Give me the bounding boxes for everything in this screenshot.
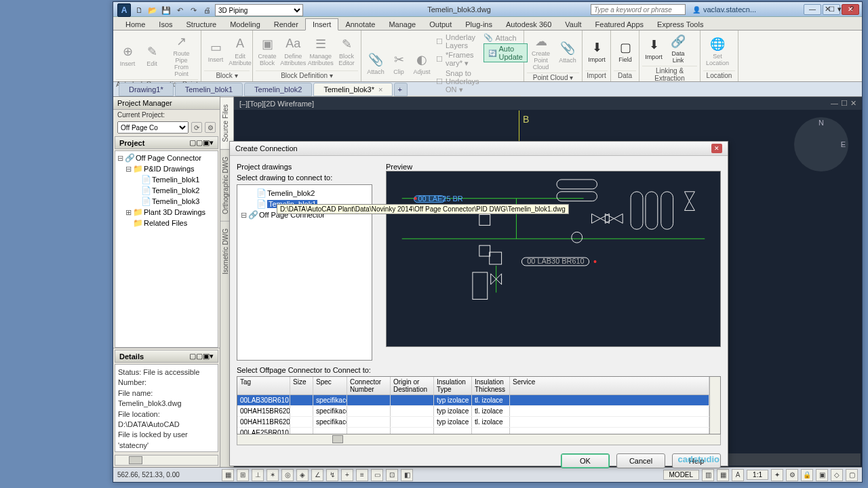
ribbon-tab-featured-apps[interactable]: Featured Apps	[589, 19, 651, 30]
sb-otrack-icon[interactable]: ∠	[311, 469, 323, 481]
ribbon-tab-express-tools[interactable]: Express Tools	[650, 19, 710, 30]
drawing-tab[interactable]: Temelin_blok1	[175, 83, 243, 96]
sb-ducs-icon[interactable]: ↯	[326, 469, 338, 481]
sb-ws-icon[interactable]: ⚙	[786, 469, 798, 481]
define-button[interactable]: AaDefineAttributes	[280, 32, 307, 70]
open-icon[interactable]: 📂	[147, 5, 158, 16]
import-button[interactable]: ⬇Import	[585, 32, 608, 70]
dialog-close-button[interactable]: ✕	[711, 144, 722, 153]
cancel-button[interactable]: Cancel	[616, 453, 665, 468]
tree-node[interactable]: 📄Temelin_blok1	[117, 174, 216, 185]
help-icon[interactable]: ?	[847, 4, 856, 14]
search-input[interactable]	[591, 4, 686, 15]
sb-iso-icon[interactable]: ◇	[831, 469, 843, 481]
sb-clean-icon[interactable]: ▢	[846, 469, 858, 481]
drawing-tab[interactable]: Temelin_blok3*×	[313, 83, 393, 96]
block-button[interactable]: ✎BlockEditor	[335, 32, 358, 70]
insert-button[interactable]: ⊕Insert	[116, 32, 139, 79]
grid-vscroll[interactable]	[709, 377, 720, 434]
workspace-select[interactable]: 3D Piping	[215, 4, 303, 16]
dialog-tree-node[interactable]: 📄Temelin_blok2	[240, 188, 369, 199]
create-button[interactable]: ▣CreateBlock	[256, 32, 279, 70]
connector-grid[interactable]: TagSizeSpecConnectorNumberOrigin orDesti…	[237, 376, 721, 434]
route-pipe-button[interactable]: ↗Route PipeFrom Point	[165, 32, 198, 79]
tree-node[interactable]: 📁Related Files	[117, 218, 216, 228]
sb-grid-icon[interactable]: ⊞	[237, 469, 249, 481]
help-dropdown-icon[interactable]: ▾	[835, 4, 844, 14]
save-icon[interactable]: 💾	[161, 5, 172, 16]
sb-layout-icon[interactable]: ▥	[702, 469, 714, 481]
ribbon-tab-autodesk-360[interactable]: Autodesk 360	[499, 19, 558, 30]
ribbon-tab-vault[interactable]: Vault	[558, 19, 588, 30]
pm-hscroll[interactable]	[115, 455, 218, 466]
sb-polar-icon[interactable]: ✶	[267, 469, 279, 481]
sb-hw-icon[interactable]: ▣	[816, 469, 828, 481]
new-tab-button[interactable]: +	[394, 83, 408, 96]
sb-3dosnap-icon[interactable]: ◈	[296, 469, 309, 481]
dialog-drawing-tree[interactable]: 📄Temelin_blok2📄Temelin_blok1⊟🔗Off Page C…	[237, 184, 372, 361]
sb-qp-icon[interactable]: ⊡	[386, 469, 398, 481]
exchange-icon[interactable]: ✕	[823, 4, 832, 14]
sb-dyn-icon[interactable]: +	[341, 469, 353, 481]
ribbon-tab-render[interactable]: Render	[267, 19, 305, 30]
sb-snap-icon[interactable]: ▦	[222, 469, 234, 481]
undo-icon[interactable]: ↶	[174, 5, 185, 16]
ribbon-tab-home[interactable]: Home	[119, 19, 152, 30]
grid-row[interactable]: 00HAH15BR620specifikacetyp izolacetl. iz…	[237, 406, 709, 417]
tree-node[interactable]: ⊞📁Plant 3D Drawings	[117, 207, 216, 218]
ok-button[interactable]: OK	[561, 453, 610, 468]
ribbon-tab-isos[interactable]: Isos	[152, 19, 179, 30]
vp-minimize-icon[interactable]: —	[831, 99, 838, 107]
user-info[interactable]: 👤 vaclav.statecn...	[692, 4, 801, 15]
sb-lwt-icon[interactable]: ≡	[356, 469, 368, 481]
tree-node[interactable]: ⊟🔗Off Page Connector	[117, 152, 216, 163]
create-button[interactable]: ☁CreatePoint Cloud	[527, 32, 555, 73]
data-button[interactable]: 🔗DataLink	[667, 32, 690, 66]
ribbon-tab-manage[interactable]: Manage	[382, 19, 422, 30]
print-icon[interactable]: 🖨	[201, 5, 212, 16]
model-space-button[interactable]: MODEL	[663, 470, 700, 480]
new-icon[interactable]: 🗋	[134, 5, 144, 16]
tree-node[interactable]: 📄Temelin_blok3	[117, 196, 216, 207]
project-select[interactable]: Off Page Co	[117, 121, 189, 134]
vp-maximize-icon[interactable]: ☐	[841, 99, 848, 107]
grid-row[interactable]: 00HAH11BR620specifikacetyp izolacetl. iz…	[237, 417, 709, 428]
vp-close-icon[interactable]: ✕	[850, 99, 856, 107]
auto-update-toggle[interactable]: 🔄 Auto Update	[484, 43, 528, 62]
sb-lock-icon[interactable]: 🔒	[801, 469, 813, 481]
import-button[interactable]: ⬇Import	[642, 32, 665, 66]
set-button[interactable]: 🌐SetLocation	[703, 32, 732, 70]
field-button[interactable]: ▢Field	[614, 32, 637, 70]
redo-icon[interactable]: ↷	[188, 5, 199, 16]
app-logo[interactable]: A	[117, 3, 131, 17]
manage-button[interactable]: ☰ManageAttributes	[308, 32, 334, 70]
minimize-button[interactable]: —	[804, 4, 821, 15]
ribbon-tab-output[interactable]: Output	[422, 19, 458, 30]
settings-icon[interactable]: ⚙	[205, 122, 216, 133]
tree-node[interactable]: 📄Temelin_blok2	[117, 185, 216, 196]
refresh-icon[interactable]: ⟳	[191, 122, 202, 133]
sb-ann-icon[interactable]: A	[732, 469, 744, 481]
sb-tpy-icon[interactable]: ▭	[371, 469, 383, 481]
sb-annvis-icon[interactable]: ✦	[771, 469, 783, 481]
ribbon-tab-insert[interactable]: Insert	[305, 18, 339, 30]
scale-button[interactable]: 1:1	[747, 470, 768, 480]
tree-node[interactable]: ⊟📁P&ID Drawings	[117, 163, 216, 174]
grid-row[interactable]: 00LAB30BR610specifikacetyp izolacetl. iz…	[237, 395, 709, 406]
ribbon-tab-modeling[interactable]: Modeling	[223, 19, 267, 30]
sb-osnap-icon[interactable]: ◎	[281, 469, 294, 481]
attach-button[interactable]: 📎Attach	[556, 32, 579, 73]
drawing-tab[interactable]: Temelin_blok2	[244, 83, 312, 96]
ribbon-tab-structure[interactable]: Structure	[180, 19, 224, 30]
sb-ortho-icon[interactable]: ⊥	[252, 469, 264, 481]
drawing-tab[interactable]: Drawing1*	[119, 83, 174, 96]
ribbon-tab-plug-ins[interactable]: Plug-ins	[458, 19, 499, 30]
project-tree[interactable]: ⊟🔗Off Page Connector⊟📁P&ID Drawings📄Teme…	[115, 150, 218, 348]
ribbon-tab-annotate[interactable]: Annotate	[338, 19, 382, 30]
adjust-button[interactable]: ◐Adjust	[410, 32, 433, 96]
grid-row[interactable]: 00LAE25BR010	[237, 428, 709, 434]
view-cube[interactable]: NE	[794, 117, 848, 171]
insert-button[interactable]: ▭Insert	[204, 32, 227, 70]
sb-qv-icon[interactable]: ▦	[717, 469, 729, 481]
sb-sc-icon[interactable]: ◧	[401, 469, 413, 481]
